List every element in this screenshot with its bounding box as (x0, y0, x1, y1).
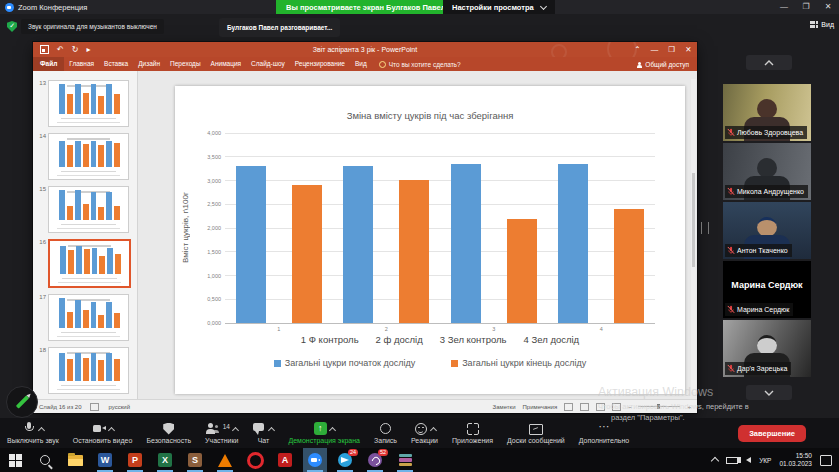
toolbar-whiteboard-button[interactable]: Доски сообщений (500, 418, 572, 448)
ribbon-tab-8[interactable]: Рецензирование (290, 57, 350, 71)
ribbon-tab-6[interactable]: Анимация (206, 57, 247, 71)
scroll-up-button[interactable] (746, 55, 792, 70)
slide-thumbnail-13[interactable] (48, 80, 129, 127)
taskbar-search-icon[interactable] (33, 448, 57, 472)
chart-title: Зміна вмісту цукрів під час зберігання (175, 110, 685, 121)
end-meeting-button[interactable]: Завершение (738, 425, 806, 442)
taskbar-acrobat-icon[interactable]: A (273, 448, 297, 472)
participant-tile[interactable]: Марина СердюкМарина Сердюк (723, 261, 811, 318)
start-slideshow-icon[interactable]: ▸ (86, 45, 90, 54)
minimize-button[interactable]: — (773, 0, 795, 14)
ppt-close-button[interactable]: ✕ (680, 42, 697, 57)
taskbar-vlc-icon[interactable] (213, 448, 237, 472)
normal-view-icon[interactable] (564, 403, 573, 411)
y-tick-label: 2,000 (179, 225, 221, 231)
keyboard-language[interactable]: УКР (759, 457, 771, 464)
toolbar-reactions-button[interactable]: Реакции (404, 418, 445, 448)
taskbar-explorer-icon[interactable] (63, 448, 87, 472)
reading-view-icon[interactable] (596, 403, 605, 411)
powerpoint-window-controls: ⌃ — ❐ ✕ (629, 42, 697, 57)
tray-chevron-icon[interactable] (711, 457, 719, 465)
taskbar-winrar-icon[interactable] (393, 448, 417, 472)
slide-sorter-icon[interactable] (580, 403, 589, 411)
language-indicator[interactable]: русский (108, 404, 130, 410)
chevron-up-icon[interactable] (329, 426, 336, 433)
notes-button[interactable]: Заметки (493, 404, 516, 410)
taskbar-viber-icon[interactable]: 52 (363, 448, 387, 472)
chevron-up-icon[interactable] (268, 426, 275, 433)
toolbar-camera-button[interactable]: Остановить видео (66, 418, 140, 448)
toolbar-record-button[interactable]: Запись (367, 418, 404, 448)
view-settings-dropdown[interactable]: Настройки просмотра (443, 0, 555, 14)
close-button[interactable]: ✕ (817, 0, 839, 14)
tell-me-box[interactable]: Что вы хотите сделать? (379, 61, 461, 68)
redo-icon[interactable]: ↻ (72, 45, 79, 54)
toolbar-more-button[interactable]: Дополнительно (572, 418, 636, 448)
ppt-minimize-button[interactable]: — (646, 42, 663, 57)
record-icon (380, 423, 391, 434)
toolbar-label: Безопасность (146, 437, 191, 444)
comments-button[interactable]: Примечания (523, 404, 558, 410)
sidebar-resize-handle[interactable] (701, 222, 709, 234)
share-button[interactable]: Общий доступ (637, 61, 689, 68)
ribbon-tab-2[interactable]: Главная (64, 57, 99, 71)
toolbar-chat-button[interactable]: Чат (245, 418, 281, 448)
chevron-up-icon[interactable] (38, 426, 45, 433)
ribbon-tab-4[interactable]: Дизайн (133, 57, 165, 71)
clock[interactable]: 15:5001.03.2023 (779, 452, 812, 469)
ribbon-tab-3[interactable]: Вставка (99, 57, 133, 71)
ribbon-tab-1[interactable]: Файл (33, 57, 64, 71)
chevron-up-icon[interactable] (429, 426, 436, 433)
participant-tile[interactable]: Антон Ткаченко (723, 202, 811, 259)
annotation-button[interactable] (6, 386, 38, 418)
slide-thumbnail-18[interactable] (48, 347, 129, 394)
zoom-slider[interactable] (638, 406, 680, 407)
chevron-up-icon[interactable] (108, 426, 115, 433)
slide-thumbnail-16[interactable] (48, 239, 131, 288)
slide-thumbnail-15[interactable] (48, 186, 129, 233)
taskbar-telegram-icon[interactable]: 24 (333, 448, 357, 472)
participant-tile[interactable]: Любовь Здоровцева (723, 84, 811, 141)
maximize-button[interactable]: ❐ (795, 0, 817, 14)
gridline (225, 228, 655, 229)
slide-scrollbar[interactable] (691, 79, 696, 392)
ribbon-tab-7[interactable]: Слайд-шоу (246, 57, 290, 71)
mic-muted-icon (727, 128, 735, 138)
taskbar-start-icon[interactable] (3, 448, 27, 472)
participant-tile[interactable]: Микола Андрущенко (723, 143, 811, 200)
slide-thumbnail-17[interactable] (48, 294, 129, 341)
toolbar-mic-button[interactable]: Выключить звук (0, 418, 66, 448)
taskbar-excel-icon[interactable]: X (153, 448, 177, 472)
taskbar-zoom-icon[interactable] (303, 448, 327, 472)
telegram-badge: 24 (348, 449, 358, 456)
volume-icon[interactable] (746, 457, 751, 463)
chevron-up-icon[interactable] (232, 426, 239, 433)
participant-tile[interactable]: Дар'я Зарецька (723, 320, 811, 377)
toolbar-participants-button[interactable]: 14Участники (198, 418, 245, 448)
taskbar-stdu-icon[interactable]: S (183, 448, 207, 472)
toolbar-share-screen-button[interactable]: Демонстрация экрана (281, 418, 367, 448)
taskbar-word-icon[interactable]: W (93, 448, 117, 472)
zoom-in-button[interactable]: + (687, 404, 691, 410)
zoom-logo-icon (5, 3, 14, 12)
ribbon-tab-9[interactable]: Вид (350, 57, 372, 71)
save-icon[interactable] (40, 45, 49, 54)
ribbon-options-button[interactable]: ⌃ (629, 42, 646, 57)
toolbar-shield-button[interactable]: Безопасность (139, 418, 198, 448)
taskbar-opera-icon[interactable] (243, 448, 267, 472)
taskbar-powerpoint-icon[interactable]: P (123, 448, 147, 472)
mic-muted-icon (727, 305, 735, 315)
toolbar-apps-button[interactable]: Приложения (445, 418, 500, 448)
ribbon-tab-5[interactable]: Переходы (165, 57, 206, 71)
thumb-caption-line (61, 332, 116, 334)
spellcheck-icon[interactable] (90, 403, 99, 411)
zoom-out-button[interactable]: – (628, 404, 631, 410)
scroll-down-button[interactable] (746, 385, 792, 400)
ppt-restore-button[interactable]: ❐ (663, 42, 680, 57)
undo-icon[interactable]: ↶ (57, 45, 64, 54)
slideshow-view-icon[interactable] (612, 403, 621, 411)
notifications-icon[interactable] (820, 455, 832, 466)
slide-thumbnail-14[interactable] (48, 133, 129, 180)
view-button[interactable]: Вид (810, 21, 834, 28)
current-slide[interactable]: Зміна вмісту цукрів під час зберігання В… (175, 86, 685, 394)
